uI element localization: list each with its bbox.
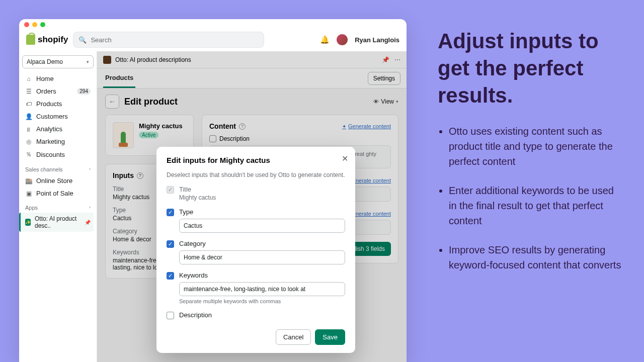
input-label: Category [179,240,345,247]
cancel-button[interactable]: Cancel [276,329,311,345]
sidebar-item-discounts[interactable]: ％Discounts [22,148,94,161]
description-checkbox[interactable] [167,312,174,319]
sidebar-item-orders[interactable]: ☰Orders294 [22,85,94,98]
keywords-input[interactable] [179,282,345,296]
shopify-bag-icon [26,35,35,45]
category-input[interactable] [179,250,345,264]
avatar[interactable] [337,34,348,45]
input-row-description: Description [167,311,345,319]
input-label: Description [179,311,345,319]
customers-icon: 👤 [25,113,32,120]
input-label: Title [179,186,345,193]
window-close-icon[interactable] [24,22,29,27]
orders-icon: ☰ [25,88,32,95]
input-static-value: Mighty cactus [179,194,345,201]
sidebar-item-label: Point of Sale [36,190,73,197]
marketing-icon: ◎ [25,138,32,145]
window-titlebar [19,19,407,28]
shopify-logo[interactable]: shopify [26,35,68,45]
search-input[interactable]: 🔍 Search [73,32,264,48]
sidebar-item-label: Online Store [36,177,72,185]
marketing-heading: Adjust inputs to get the perfect results… [438,28,624,109]
sidebar-item-home[interactable]: ⌂Home [22,72,94,85]
sidebar-item-label: Analytics [36,125,62,133]
notifications-icon[interactable]: 🔔 [320,35,330,44]
sidebar-item-label: Orders [36,87,56,95]
sidebar-item-online-store[interactable]: 🏬Online Store [22,174,94,187]
otto-app-icon: ✨ [25,219,31,226]
input-label: Type [179,208,345,216]
pin-icon[interactable]: 📌 [85,220,91,225]
window-minimize-icon[interactable] [32,22,37,27]
sidebar-section-sales: Sales channels› [22,161,94,174]
keywords-checkbox[interactable]: ✓ [167,272,174,280]
sidebar-item-label: Products [36,100,62,108]
orders-badge: 294 [77,88,91,95]
sidebar-item-label: Discounts [36,151,65,158]
main-content: Otto: AI product descriptions 📌 ⋯ Produc… [97,51,407,362]
products-icon: 🏷 [25,101,32,108]
marketing-list: Otto uses existing content such as produ… [438,124,624,273]
topbar: shopify 🔍 Search 🔔 Ryan Langlois [19,28,407,51]
sidebar-item-marketing[interactable]: ◎Marketing [22,135,94,148]
sidebar-item-label: Otto: AI product desc.. [35,215,80,229]
store-icon: 🏬 [25,177,32,185]
sidebar-item-label: Marketing [36,138,65,145]
marketing-bullet: Enter additional keywords to be used in … [449,183,624,228]
pos-icon: ▣ [25,190,32,197]
search-placeholder: Search [91,36,111,44]
sidebar-item-analytics[interactable]: ⫼Analytics [22,123,94,135]
sidebar-item-label: Home [36,75,54,82]
discounts-icon: ％ [25,150,32,159]
modal-subtitle: Deselect inputs that shouldn't be used b… [167,171,345,178]
sidebar-item-pos[interactable]: ▣Point of Sale [22,187,94,200]
keywords-hint: Separate multiple keywords with commas [179,298,345,304]
analytics-icon: ⫼ [25,126,32,133]
input-row-keywords: ✓ Keywords Separate multiple keywords wi… [167,272,345,304]
home-icon: ⌂ [25,75,32,82]
marketing-panel: Adjust inputs to get the perfect results… [438,28,624,287]
modal-title: Edit inputs for Mighty cactus [167,156,345,164]
close-button[interactable]: ✕ [342,154,348,163]
app-window: shopify 🔍 Search 🔔 Ryan Langlois Alpaca … [19,19,407,362]
sidebar-item-otto-app[interactable]: ✨ Otto: AI product desc.. 📌 [19,213,94,232]
sidebar: Alpaca Demo ▾ ⌂Home ☰Orders294 🏷Products… [19,51,97,362]
sidebar-item-customers[interactable]: 👤Customers [22,110,94,123]
input-row-title: ✓ Title Mighty cactus [167,186,345,201]
marketing-bullet: Improve SEO results by generating keywor… [449,242,624,273]
search-icon: 🔍 [78,36,87,44]
edit-inputs-modal: Edit inputs for Mighty cactus ✕ Deselect… [156,147,355,353]
marketing-bullet: Otto uses existing content such as produ… [449,124,624,169]
input-row-category: ✓ Category [167,240,345,264]
sidebar-item-label: Customers [36,113,68,120]
input-row-type: ✓ Type [167,208,345,233]
user-name[interactable]: Ryan Langlois [355,36,399,44]
save-button[interactable]: Save [315,329,345,345]
sidebar-item-products[interactable]: 🏷Products [22,98,94,110]
chevron-right-icon[interactable]: › [89,205,91,211]
window-zoom-icon[interactable] [40,22,45,27]
type-input[interactable] [179,219,345,233]
sidebar-section-apps: Apps› [22,200,94,213]
brand-text: shopify [38,35,68,45]
category-checkbox[interactable]: ✓ [167,240,174,248]
modal-footer: Cancel Save [167,329,345,345]
chevron-right-icon[interactable]: › [89,166,91,172]
title-checkbox: ✓ [167,186,174,194]
input-label: Keywords [179,272,345,279]
chevron-down-icon: ▾ [87,59,89,64]
store-name: Alpaca Demo [27,58,63,65]
type-checkbox[interactable]: ✓ [167,209,174,216]
store-selector[interactable]: Alpaca Demo ▾ [22,55,94,68]
